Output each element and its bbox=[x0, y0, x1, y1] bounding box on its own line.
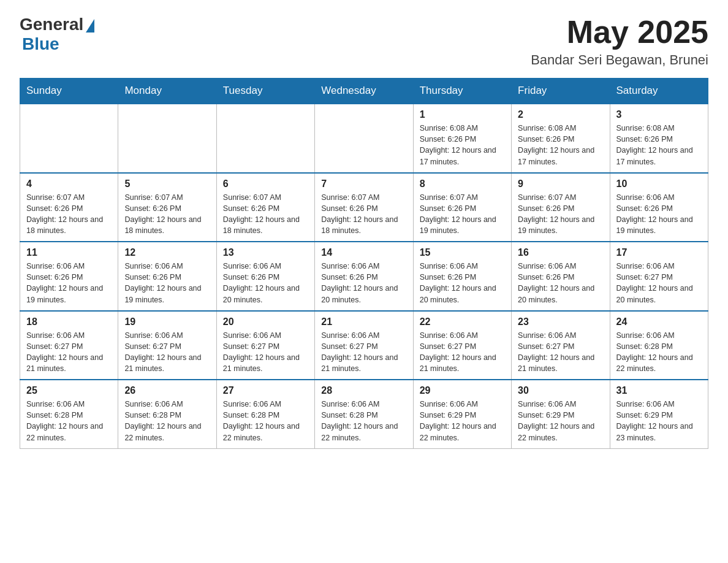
day-info: Sunrise: 6:06 AMSunset: 6:27 PMDaylight:… bbox=[518, 330, 603, 375]
calendar-cell-1-4 bbox=[315, 104, 413, 173]
calendar-cell-4-6: 23Sunrise: 6:06 AMSunset: 6:27 PMDayligh… bbox=[512, 311, 610, 380]
day-info: Sunrise: 6:06 AMSunset: 6:26 PMDaylight:… bbox=[518, 261, 603, 305]
day-info: Sunrise: 6:06 AMSunset: 6:26 PMDaylight:… bbox=[26, 261, 112, 305]
day-info: Sunrise: 6:08 AMSunset: 6:26 PMDaylight:… bbox=[518, 123, 603, 167]
week-row-3: 11Sunrise: 6:06 AMSunset: 6:26 PMDayligh… bbox=[20, 242, 708, 311]
day-number: 22 bbox=[420, 316, 505, 327]
day-info: Sunrise: 6:06 AMSunset: 6:26 PMDaylight:… bbox=[616, 192, 702, 237]
calendar-cell-4-2: 19Sunrise: 6:06 AMSunset: 6:27 PMDayligh… bbox=[118, 311, 216, 380]
calendar-cell-2-2: 5Sunrise: 6:07 AMSunset: 6:26 PMDaylight… bbox=[118, 173, 216, 242]
day-number: 20 bbox=[223, 316, 308, 327]
calendar-cell-3-3: 13Sunrise: 6:06 AMSunset: 6:26 PMDayligh… bbox=[216, 242, 314, 311]
week-row-4: 18Sunrise: 6:06 AMSunset: 6:27 PMDayligh… bbox=[20, 311, 708, 380]
day-number: 21 bbox=[321, 316, 406, 327]
day-info: Sunrise: 6:06 AMSunset: 6:26 PMDaylight:… bbox=[223, 261, 308, 305]
calendar-cell-5-4: 28Sunrise: 6:06 AMSunset: 6:28 PMDayligh… bbox=[315, 380, 413, 448]
weekday-header-thursday: Thursday bbox=[413, 79, 511, 104]
calendar-cell-3-5: 15Sunrise: 6:06 AMSunset: 6:26 PMDayligh… bbox=[413, 242, 511, 311]
calendar-cell-5-2: 26Sunrise: 6:06 AMSunset: 6:28 PMDayligh… bbox=[118, 380, 216, 448]
location-title: Bandar Seri Begawan, Brunei bbox=[531, 52, 708, 68]
day-info: Sunrise: 6:06 AMSunset: 6:27 PMDaylight:… bbox=[223, 330, 308, 375]
calendar-cell-2-5: 8Sunrise: 6:07 AMSunset: 6:26 PMDaylight… bbox=[413, 173, 511, 242]
day-info: Sunrise: 6:08 AMSunset: 6:26 PMDaylight:… bbox=[616, 123, 702, 167]
day-info: Sunrise: 6:06 AMSunset: 6:29 PMDaylight:… bbox=[616, 399, 702, 443]
calendar-cell-1-2 bbox=[118, 104, 216, 173]
weekday-header-wednesday: Wednesday bbox=[315, 79, 413, 104]
day-number: 26 bbox=[124, 385, 210, 396]
day-info: Sunrise: 6:06 AMSunset: 6:26 PMDaylight:… bbox=[420, 261, 505, 305]
logo: General Blue bbox=[20, 15, 94, 54]
day-number: 5 bbox=[124, 178, 210, 190]
weekday-header-tuesday: Tuesday bbox=[216, 79, 314, 104]
day-number: 8 bbox=[420, 178, 505, 190]
day-info: Sunrise: 6:07 AMSunset: 6:26 PMDaylight:… bbox=[223, 192, 308, 237]
day-number: 17 bbox=[616, 247, 702, 258]
day-number: 13 bbox=[223, 247, 308, 258]
day-number: 3 bbox=[616, 109, 702, 120]
calendar-cell-3-7: 17Sunrise: 6:06 AMSunset: 6:27 PMDayligh… bbox=[610, 242, 708, 311]
day-number: 25 bbox=[26, 385, 112, 396]
day-number: 30 bbox=[518, 385, 603, 396]
calendar-cell-4-1: 18Sunrise: 6:06 AMSunset: 6:27 PMDayligh… bbox=[20, 311, 118, 380]
logo-triangle-icon bbox=[86, 19, 94, 33]
calendar-cell-4-3: 20Sunrise: 6:06 AMSunset: 6:27 PMDayligh… bbox=[216, 311, 314, 380]
day-info: Sunrise: 6:06 AMSunset: 6:28 PMDaylight:… bbox=[223, 399, 308, 443]
calendar-cell-2-1: 4Sunrise: 6:07 AMSunset: 6:26 PMDaylight… bbox=[20, 173, 118, 242]
day-info: Sunrise: 6:07 AMSunset: 6:26 PMDaylight:… bbox=[124, 192, 210, 237]
page-header: General Blue May 2025 Bandar Seri Begawa… bbox=[20, 15, 708, 68]
calendar-cell-3-1: 11Sunrise: 6:06 AMSunset: 6:26 PMDayligh… bbox=[20, 242, 118, 311]
day-number: 27 bbox=[223, 385, 308, 396]
calendar-table: SundayMondayTuesdayWednesdayThursdayFrid… bbox=[20, 78, 708, 449]
calendar-cell-3-4: 14Sunrise: 6:06 AMSunset: 6:26 PMDayligh… bbox=[315, 242, 413, 311]
day-number: 12 bbox=[124, 247, 210, 258]
day-number: 11 bbox=[26, 247, 112, 258]
calendar-cell-1-1 bbox=[20, 104, 118, 173]
day-info: Sunrise: 6:06 AMSunset: 6:27 PMDaylight:… bbox=[321, 330, 406, 375]
day-number: 14 bbox=[321, 247, 406, 258]
day-info: Sunrise: 6:06 AMSunset: 6:28 PMDaylight:… bbox=[616, 330, 702, 375]
day-info: Sunrise: 6:08 AMSunset: 6:26 PMDaylight:… bbox=[420, 123, 505, 167]
day-info: Sunrise: 6:06 AMSunset: 6:29 PMDaylight:… bbox=[518, 399, 603, 443]
day-info: Sunrise: 6:06 AMSunset: 6:27 PMDaylight:… bbox=[616, 261, 702, 305]
title-area: May 2025 Bandar Seri Begawan, Brunei bbox=[531, 15, 708, 68]
day-info: Sunrise: 6:06 AMSunset: 6:28 PMDaylight:… bbox=[26, 399, 112, 443]
day-info: Sunrise: 6:06 AMSunset: 6:27 PMDaylight:… bbox=[420, 330, 505, 375]
day-number: 31 bbox=[616, 385, 702, 396]
day-number: 4 bbox=[26, 178, 112, 190]
weekday-header-saturday: Saturday bbox=[610, 79, 708, 104]
day-number: 19 bbox=[124, 316, 210, 327]
calendar-cell-5-1: 25Sunrise: 6:06 AMSunset: 6:28 PMDayligh… bbox=[20, 380, 118, 448]
calendar-cell-4-5: 22Sunrise: 6:06 AMSunset: 6:27 PMDayligh… bbox=[413, 311, 511, 380]
calendar-cell-4-7: 24Sunrise: 6:06 AMSunset: 6:28 PMDayligh… bbox=[610, 311, 708, 380]
month-title: May 2025 bbox=[531, 15, 708, 50]
day-info: Sunrise: 6:07 AMSunset: 6:26 PMDaylight:… bbox=[518, 192, 603, 237]
day-number: 2 bbox=[518, 109, 603, 120]
day-number: 29 bbox=[420, 385, 505, 396]
calendar-cell-3-6: 16Sunrise: 6:06 AMSunset: 6:26 PMDayligh… bbox=[512, 242, 610, 311]
day-number: 23 bbox=[518, 316, 603, 327]
day-number: 9 bbox=[518, 178, 603, 190]
day-number: 16 bbox=[518, 247, 603, 258]
calendar-cell-2-4: 7Sunrise: 6:07 AMSunset: 6:26 PMDaylight… bbox=[315, 173, 413, 242]
calendar-cell-1-5: 1Sunrise: 6:08 AMSunset: 6:26 PMDaylight… bbox=[413, 104, 511, 173]
day-number: 28 bbox=[321, 385, 406, 396]
week-row-2: 4Sunrise: 6:07 AMSunset: 6:26 PMDaylight… bbox=[20, 173, 708, 242]
calendar-cell-1-6: 2Sunrise: 6:08 AMSunset: 6:26 PMDaylight… bbox=[512, 104, 610, 173]
day-info: Sunrise: 6:06 AMSunset: 6:29 PMDaylight:… bbox=[420, 399, 505, 443]
day-number: 24 bbox=[616, 316, 702, 327]
calendar-cell-2-3: 6Sunrise: 6:07 AMSunset: 6:26 PMDaylight… bbox=[216, 173, 314, 242]
day-info: Sunrise: 6:06 AMSunset: 6:26 PMDaylight:… bbox=[124, 261, 210, 305]
day-number: 7 bbox=[321, 178, 406, 190]
calendar-cell-1-7: 3Sunrise: 6:08 AMSunset: 6:26 PMDaylight… bbox=[610, 104, 708, 173]
day-info: Sunrise: 6:06 AMSunset: 6:27 PMDaylight:… bbox=[124, 330, 210, 375]
calendar-cell-1-3 bbox=[216, 104, 314, 173]
day-info: Sunrise: 6:07 AMSunset: 6:26 PMDaylight:… bbox=[26, 192, 112, 237]
day-info: Sunrise: 6:06 AMSunset: 6:26 PMDaylight:… bbox=[321, 261, 406, 305]
calendar-cell-2-6: 9Sunrise: 6:07 AMSunset: 6:26 PMDaylight… bbox=[512, 173, 610, 242]
calendar-cell-2-7: 10Sunrise: 6:06 AMSunset: 6:26 PMDayligh… bbox=[610, 173, 708, 242]
logo-general: General bbox=[20, 15, 83, 34]
day-info: Sunrise: 6:06 AMSunset: 6:27 PMDaylight:… bbox=[26, 330, 112, 375]
day-number: 6 bbox=[223, 178, 308, 190]
calendar-cell-5-7: 31Sunrise: 6:06 AMSunset: 6:29 PMDayligh… bbox=[610, 380, 708, 448]
calendar-cell-5-3: 27Sunrise: 6:06 AMSunset: 6:28 PMDayligh… bbox=[216, 380, 314, 448]
